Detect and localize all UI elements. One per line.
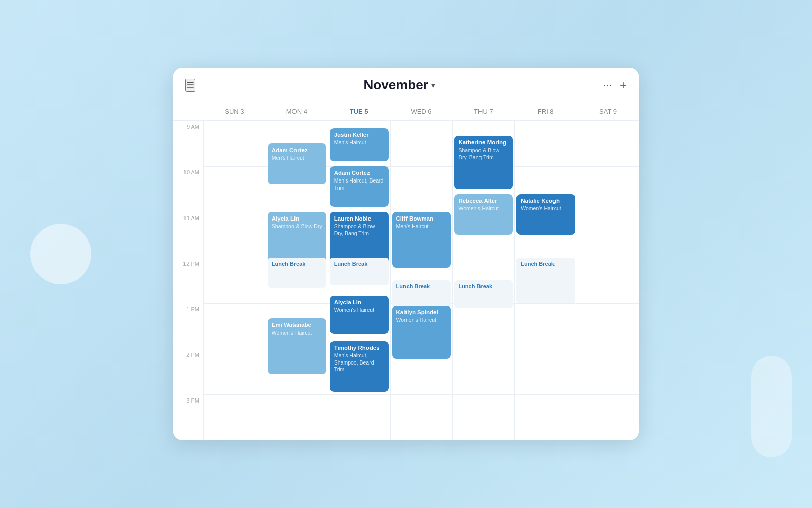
appointment-block[interactable]: Adam CortezMen's Haircut, Beard Trim (330, 166, 389, 207)
hour-line (204, 212, 266, 212)
hour-line (204, 166, 266, 167)
hour-line (204, 394, 266, 395)
appointment-name: Alycia Lin (272, 215, 322, 223)
appointment-service: Women's Haircut (272, 330, 322, 337)
lunch-block[interactable]: Lunch Break (454, 280, 513, 308)
day-label-sun[interactable]: SUN 3 (203, 102, 266, 120)
appointment-block[interactable]: Justin KellerMen's Haircut (330, 128, 389, 161)
deco-circle-left (30, 224, 91, 284)
time-label: 12 PM (173, 258, 203, 303)
appointment-name: Katherine Moring (458, 139, 509, 147)
day-col-sat (577, 121, 639, 440)
appointment-service: Men's Haircut (396, 223, 447, 230)
appointment-block[interactable]: Katherine MoringShampoo & Blow Dry, Bang… (454, 136, 513, 189)
hour-line (577, 212, 639, 212)
hour-line (577, 349, 639, 349)
days-header: SUN 3 MON 4 TUE 5 WED 6 THU 7 FRI 8 SAT … (173, 102, 639, 121)
appointment-name: Cliff Bowman (396, 215, 447, 223)
menu-button[interactable]: ☰ (185, 79, 195, 92)
hour-line (266, 303, 328, 304)
appointment-service: Women's Haircut (396, 317, 447, 324)
hour-line (515, 303, 577, 304)
day-label-wed[interactable]: WED 6 (390, 102, 453, 120)
appointment-block[interactable]: Alycia LinWomen's Haircut (330, 296, 389, 334)
appointment-block[interactable]: Emi WatanabeWomen's Haircut (268, 318, 326, 374)
hour-line (577, 121, 639, 121)
lunch-block[interactable]: Lunch Break (330, 258, 389, 285)
time-label: 11 AM (173, 212, 203, 258)
hour-line (204, 258, 266, 258)
time-label: 9 AM (173, 121, 203, 166)
hour-line (577, 258, 639, 258)
calendar-container: ☰ November ▾ ··· + SUN 3 MON 4 TUE 5 WED… (173, 68, 639, 440)
time-label: 2 PM (173, 349, 203, 394)
hour-line (515, 121, 577, 121)
day-col-tue: Justin KellerMen's HaircutAdam CortezMen… (328, 121, 390, 440)
day-col-mon: Adam CortezMen's HaircutAlycia LinShampo… (266, 121, 328, 440)
appointment-name: Kaitlyn Spindel (396, 309, 447, 316)
appointment-service: Women's Haircut (521, 205, 571, 212)
add-event-button[interactable]: + (620, 78, 627, 92)
hour-line (453, 349, 514, 349)
hour-line (266, 121, 328, 121)
appointment-block[interactable]: Kaitlyn SpindelWomen's Haircut (392, 306, 451, 359)
hour-line (453, 258, 514, 258)
hour-line (204, 303, 266, 304)
day-col-fri: Natalie KeoghWomen's HaircutLunch Break (514, 121, 577, 440)
deco-circle-right (751, 356, 792, 457)
appointment-block[interactable]: Rebecca AlterWomen's Haircut (454, 194, 513, 235)
appointment-name: Timothy Rhodes (334, 344, 385, 352)
appointment-service: Shampoo & Blow Dry (272, 223, 322, 230)
appointment-name: Alycia Lin (334, 299, 385, 306)
hour-line (577, 166, 639, 167)
hour-line (577, 394, 639, 395)
hour-line (391, 121, 453, 121)
day-label-sat[interactable]: SAT 9 (577, 102, 639, 120)
day-label-thu[interactable]: THU 7 (452, 102, 514, 120)
header-right: ··· + (603, 78, 627, 92)
appointment-service: Men's Haircut, Shampoo, Beard Trim (334, 352, 385, 373)
hour-line (204, 121, 266, 121)
appointment-block[interactable]: Timothy RhodesMen's Haircut, Shampoo, Be… (330, 341, 389, 392)
time-label: 10 AM (173, 166, 203, 212)
appointment-service: Shampoo & Blow Dry, Bang Trim (334, 223, 385, 237)
hour-line (577, 303, 639, 304)
appointment-block[interactable]: Alycia LinShampoo & Blow Dry (268, 212, 326, 263)
lunch-block[interactable]: Lunch Break (392, 280, 451, 308)
lunch-block[interactable]: Lunch Break (268, 258, 326, 288)
month-chevron-icon: ▾ (431, 81, 435, 89)
time-label: 1 PM (173, 303, 203, 349)
appointment-name: Natalie Keogh (521, 197, 571, 205)
day-col-thu: Katherine MoringShampoo & Blow Dry, Bang… (452, 121, 514, 440)
hour-line (515, 349, 577, 349)
header-left: ☰ (185, 79, 195, 92)
hour-line (453, 394, 514, 395)
appointment-service: Men's Haircut (272, 155, 322, 162)
appointment-name: Rebecca Alter (458, 197, 509, 205)
day-col-sun (203, 121, 266, 440)
appointment-name: Emi Watanabe (272, 321, 322, 329)
more-options-button[interactable]: ··· (603, 79, 612, 91)
appointment-service: Women's Haircut (334, 307, 385, 314)
appointment-name: Lauren Noble (334, 215, 385, 223)
hour-line (515, 394, 577, 395)
calendar-header: ☰ November ▾ ··· + (173, 68, 639, 102)
appointment-block[interactable]: Adam CortezMen's Haircut (268, 143, 326, 184)
lunch-block[interactable]: Lunch Break (516, 258, 575, 303)
appointment-block[interactable]: Natalie KeoghWomen's Haircut (516, 194, 575, 235)
day-col-wed: Cliff BowmanMen's HaircutLunch BreakKait… (390, 121, 453, 440)
appointment-name: Adam Cortez (334, 169, 385, 177)
day-label-mon[interactable]: MON 4 (266, 102, 328, 120)
time-label: 3 PM (173, 394, 203, 440)
day-label-tue[interactable]: TUE 5 (328, 102, 390, 120)
appointment-service: Women's Haircut (458, 205, 509, 212)
hour-line (391, 166, 453, 167)
hour-line (391, 394, 453, 395)
appointment-service: Shampoo & Blow Dry, Bang Trim (458, 147, 509, 161)
hour-line (515, 166, 577, 167)
month-title[interactable]: November ▾ (364, 77, 435, 93)
hour-line (328, 121, 390, 121)
appointment-block[interactable]: Cliff BowmanMen's Haircut (392, 212, 451, 268)
appointment-name: Adam Cortez (272, 147, 322, 154)
day-label-fri[interactable]: FRI 8 (514, 102, 577, 120)
